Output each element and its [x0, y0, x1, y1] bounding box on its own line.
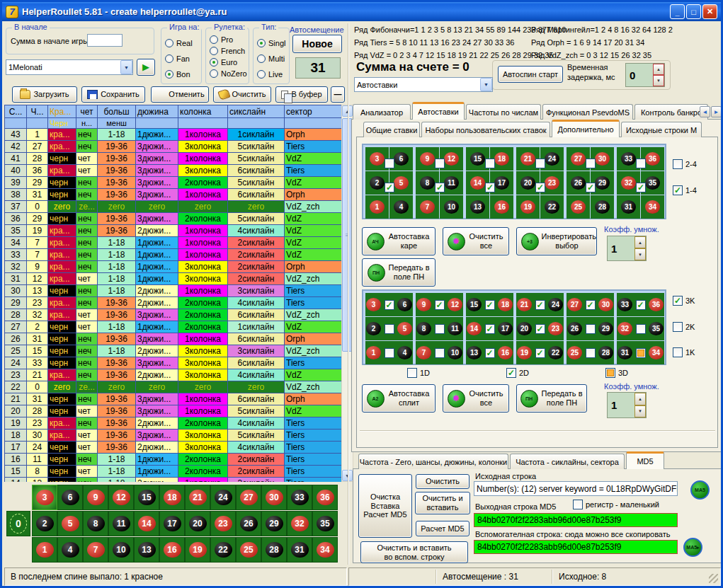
board-cell-35[interactable]: 35: [312, 511, 338, 536]
md5-big-button[interactable]: Очистка Вставка Расчет MD5: [358, 474, 412, 538]
board-cell-4[interactable]: 4: [57, 537, 83, 563]
board-cell-2[interactable]: 2: [32, 511, 57, 536]
radio-singl[interactable]: Singl: [257, 35, 285, 51]
split-checkbox-20-23[interactable]: [535, 324, 545, 334]
split-checkbox-1-4[interactable]: [385, 348, 394, 358]
split-checkbox-7-10[interactable]: [435, 348, 445, 358]
board-cell-22[interactable]: 22: [210, 537, 236, 563]
board-cell-6[interactable]: 6: [57, 485, 83, 510]
koef-spinner-1[interactable]: 1 ▲▼: [607, 236, 647, 261]
md5-calc-button[interactable]: Расчет MD5: [416, 521, 469, 536]
carre-checkbox-r1-2[interactable]: [435, 158, 445, 168]
board-cell-3[interactable]: 3: [32, 485, 57, 510]
carre-checkbox-r1-6[interactable]: [636, 158, 646, 168]
tab-scroll-right-icon[interactable]: ►: [711, 106, 722, 117]
board-cell-28[interactable]: 28: [261, 537, 287, 563]
md5-source-input[interactable]: Number(s): (12) server keyword = 0L18RpD…: [474, 481, 678, 496]
carre-grid-cell-10[interactable]: 10: [440, 195, 463, 219]
clear-all-split-button[interactable]: ✸ Очистить все: [443, 384, 509, 413]
board-cell-12[interactable]: 12: [108, 485, 134, 510]
carre-grid-cell-16[interactable]: 16: [490, 195, 513, 219]
board-cell-11[interactable]: 11: [108, 511, 134, 536]
split-checkbox-2-5[interactable]: [385, 324, 394, 334]
board-cell-27[interactable]: 27: [236, 485, 261, 510]
tab-main-5[interactable]: Контроль банкро: [634, 104, 708, 120]
board-cell-1[interactable]: 1: [32, 537, 57, 563]
radio-live[interactable]: Live: [257, 67, 285, 82]
register-checkbox-row[interactable]: регистр - маленький: [573, 500, 659, 509]
tab-sub-3[interactable]: Дополнительно: [552, 120, 620, 137]
koef-spinner-2[interactable]: 1 ▲▼: [607, 392, 647, 418]
carre-grid-cell-31[interactable]: 31: [617, 195, 640, 219]
chevron-down-icon[interactable]: ▼: [480, 78, 492, 91]
board-cell-15[interactable]: 15: [134, 485, 159, 510]
tab-bottom-1[interactable]: Частота - Zero, шансы, дюжины, колонки: [358, 454, 508, 469]
checkbox-2-4[interactable]: [673, 159, 683, 169]
checkbox-3K[interactable]: [673, 296, 683, 306]
spin-up-icon[interactable]: ▲: [634, 393, 646, 405]
split-checkbox-31-34[interactable]: [636, 348, 646, 358]
radio-multi[interactable]: Multi: [257, 51, 285, 67]
autospin-start-button[interactable]: Автоспин старт: [498, 66, 563, 83]
spin-down-icon[interactable]: ▼: [653, 75, 664, 86]
tab-main-1[interactable]: Анализатор: [353, 104, 411, 120]
split-side-check-2K[interactable]: 2K: [673, 322, 695, 332]
board-cell-13[interactable]: 13: [134, 537, 159, 563]
spin-down-icon[interactable]: ▼: [634, 248, 646, 260]
autobet-split-button[interactable]: А2 Автоставка сплит: [362, 384, 435, 413]
start-sum-input[interactable]: [87, 34, 123, 47]
split-checkbox-9-12[interactable]: [435, 300, 445, 310]
radio-french[interactable]: French: [210, 45, 247, 57]
carre-grid-cell-28[interactable]: 28: [591, 195, 614, 219]
split-checkbox-27-30[interactable]: [586, 300, 596, 310]
carre-grid-cell-25[interactable]: 25: [567, 195, 590, 219]
board-cell-18[interactable]: 18: [159, 485, 185, 510]
board-cell-20[interactable]: 20: [185, 511, 210, 536]
bets-combobox[interactable]: Автоставки ▼: [354, 77, 493, 92]
board-cell-21[interactable]: 21: [185, 485, 210, 510]
board-cell-17[interactable]: 17: [159, 511, 185, 536]
split-checkbox-14-17[interactable]: [485, 324, 495, 334]
board-cell-5[interactable]: 5: [57, 511, 83, 536]
board-cell-10[interactable]: 10: [108, 537, 134, 563]
tab-main-2[interactable]: Автоставки: [412, 102, 465, 120]
delay-spinner[interactable]: 0 ▲▼: [625, 63, 665, 87]
carre-side-check-1-4[interactable]: 1-4: [673, 185, 697, 195]
split-checkbox-19-22[interactable]: [535, 348, 545, 358]
tab-bottom-3[interactable]: MD5: [626, 451, 664, 469]
board-cell-9[interactable]: 9: [83, 485, 108, 510]
toolbar-copy-button[interactable]: В буфер: [275, 86, 328, 103]
dozen-check-3D[interactable]: 3D: [605, 368, 628, 378]
autobet-carre-button[interactable]: АЧ Автоставка каре: [362, 227, 435, 255]
md5-copy-icon[interactable]: МА5▸: [683, 538, 702, 557]
checkbox-1-4[interactable]: [673, 185, 683, 195]
dozen-check-1D[interactable]: 1D: [407, 368, 430, 378]
board-cell-34[interactable]: 34: [312, 537, 338, 563]
md5-clear-button[interactable]: Очистить: [416, 474, 469, 489]
maximize-button[interactable]: □: [686, 4, 701, 19]
carre-checkbox-r1-5[interactable]: [586, 158, 596, 168]
md5-aux-field[interactable]: 84bb0270f2f2283abb96d00e87b253f9: [474, 540, 678, 554]
board-cell-31[interactable]: 31: [287, 537, 312, 563]
split-side-check-3K[interactable]: 3K: [673, 296, 695, 306]
md5-output-field[interactable]: 84bb0270f2f2283abb96d00e87b253f9: [474, 513, 678, 527]
split-checkbox-32-35[interactable]: [636, 324, 646, 334]
dozen-check-2D[interactable]: 2D: [506, 368, 529, 378]
board-cell-33[interactable]: 33: [287, 485, 312, 510]
carre-checkbox-r2-6[interactable]: [636, 183, 646, 192]
carre-grid-cell-22[interactable]: 22: [540, 195, 564, 219]
tab-main-4[interactable]: Функционал PsevdoMS: [542, 104, 633, 120]
clear-all-carre-button[interactable]: ✸ Очистить все: [443, 227, 509, 255]
carre-checkbox-r2-3[interactable]: [485, 183, 495, 192]
split-side-check-1K[interactable]: 1K: [673, 347, 695, 357]
checkbox-1D[interactable]: [407, 368, 417, 378]
md5-clear-paste-button[interactable]: Очистить и вставить: [415, 492, 470, 514]
toolbar-save-disk-button[interactable]: Сохранить: [81, 86, 145, 103]
carre-checkbox-r1-3[interactable]: [485, 158, 495, 168]
play-button[interactable]: ▶: [137, 59, 155, 76]
split-checkbox-25-28[interactable]: [586, 348, 596, 358]
tab-bottom-2[interactable]: Частота - сиклайны, сектора: [510, 454, 625, 469]
chevron-down-icon[interactable]: ▼: [120, 60, 132, 74]
tab-main-3[interactable]: Частоты по числам: [466, 104, 541, 120]
split-checkbox-26-29[interactable]: [586, 324, 596, 334]
